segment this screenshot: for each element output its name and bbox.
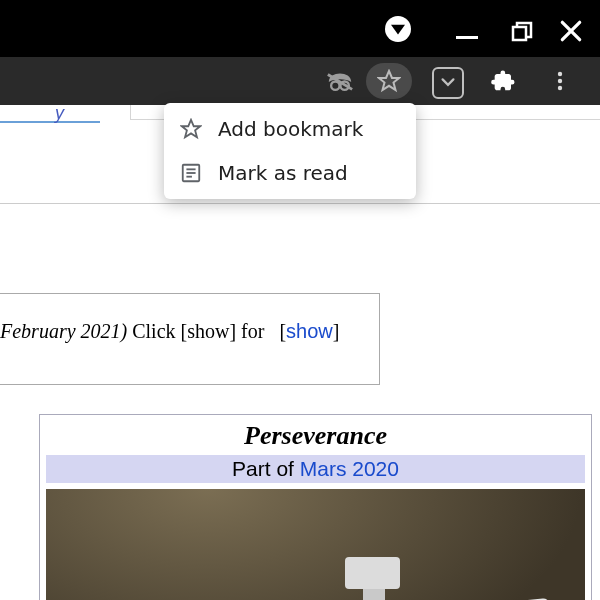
infobox-partof-link[interactable]: Mars 2020: [300, 457, 399, 480]
infobox-partof-prefix: Part of: [232, 457, 300, 480]
svg-point-10: [558, 86, 562, 90]
svg-point-9: [558, 79, 562, 83]
bookmark-star-button[interactable]: [366, 63, 412, 99]
menu-item-label: Mark as read: [218, 161, 348, 185]
menu-item-label: Add bookmark: [218, 117, 363, 141]
star-outline-icon: [180, 118, 210, 140]
reader-mode-icon: [180, 162, 210, 184]
wiki-active-tab-underline: y: [0, 105, 100, 123]
svg-marker-11: [182, 120, 200, 137]
infobox-partof: Part of Mars 2020: [46, 455, 585, 483]
svg-point-8: [558, 72, 562, 76]
restore-icon[interactable]: [510, 20, 534, 44]
pocket-icon[interactable]: [432, 67, 464, 99]
account-badge[interactable]: [385, 16, 411, 42]
overflow-menu-icon[interactable]: [546, 67, 574, 95]
browser-toolbar: [0, 57, 600, 105]
extensions-icon[interactable]: [490, 67, 518, 95]
close-icon[interactable]: [558, 18, 584, 44]
infobox-image[interactable]: [46, 489, 585, 600]
window-titlebar: [0, 0, 600, 57]
svg-marker-0: [391, 25, 405, 35]
bookmark-dropdown-menu: Add bookmark Mark as read: [164, 103, 416, 199]
svg-rect-1: [513, 27, 526, 40]
menu-item-mark-as-read[interactable]: Mark as read: [164, 151, 416, 195]
horizontal-rule: [0, 203, 600, 204]
svg-point-4: [331, 81, 339, 89]
incognito-icon[interactable]: [326, 67, 354, 95]
show-toggle[interactable]: [show]: [279, 320, 339, 342]
infobox: Perseverance Part of Mars 2020: [39, 414, 592, 600]
notice-text: Click [show] for: [127, 320, 269, 342]
menu-item-add-bookmark[interactable]: Add bookmark: [164, 107, 416, 151]
maintenance-notice-box: February 2021) Click [show] for [show]: [0, 293, 380, 385]
infobox-title: Perseverance: [40, 415, 591, 455]
svg-marker-7: [379, 71, 399, 90]
notice-date: February 2021): [0, 320, 127, 342]
wiki-tab-text-fragment: y: [55, 103, 60, 124]
minimize-icon[interactable]: [456, 36, 478, 39]
